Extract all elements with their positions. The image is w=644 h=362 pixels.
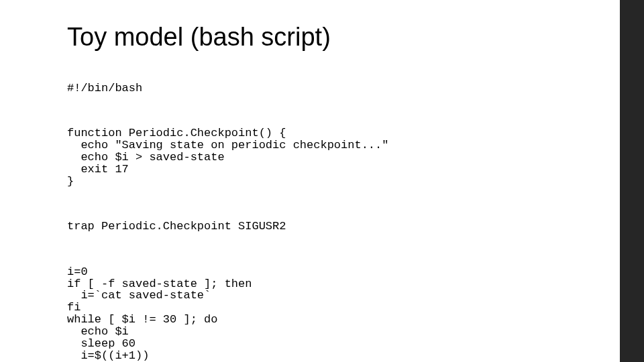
slide: Toy model (bash script) #!/bin/bash func… [0, 0, 644, 362]
code-block: #!/bin/bash function Periodic.Checkpoint… [67, 58, 590, 362]
accent-bar [620, 0, 644, 362]
code-line: function Periodic.Checkpoint() { echo "S… [67, 127, 590, 187]
slide-content: Toy model (bash script) #!/bin/bash func… [67, 23, 590, 362]
code-line: trap Periodic.Checkpoint SIGUSR2 [67, 221, 590, 233]
code-line: i=0 if [ -f saved-state ]; then i=`cat s… [67, 266, 590, 362]
code-line: #!/bin/bash [67, 82, 590, 95]
slide-title: Toy model (bash script) [67, 23, 590, 52]
